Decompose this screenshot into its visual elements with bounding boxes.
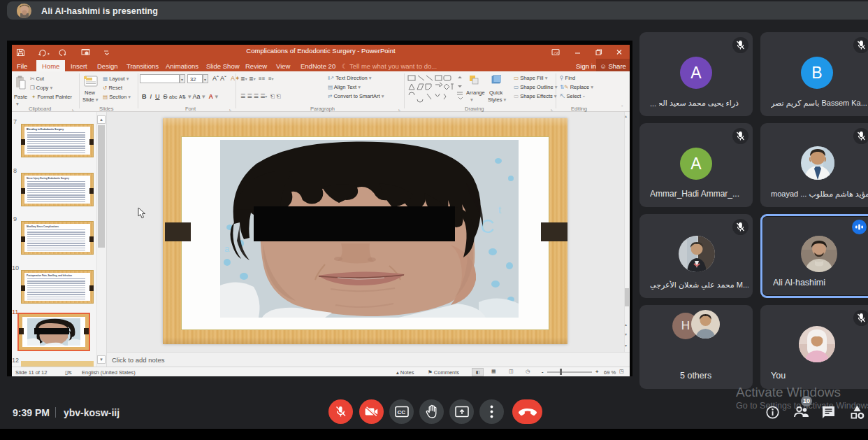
svg-text:a: a xyxy=(224,243,230,254)
svg-text:CC: CC xyxy=(397,409,405,416)
